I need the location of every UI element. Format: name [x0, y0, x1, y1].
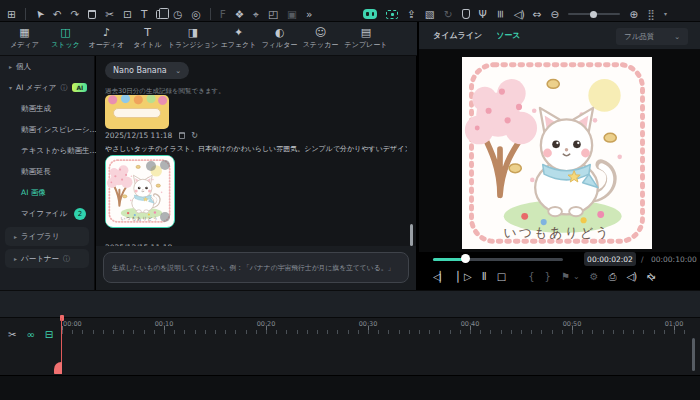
party-art	[105, 95, 169, 107]
count-badge: 2	[74, 208, 86, 220]
ai-text-effects-icon[interactable]: F	[220, 9, 226, 20]
snapshot-button[interactable]: ⎙	[609, 272, 616, 282]
layout-grid-icon[interactable]: ⊞	[7, 9, 16, 20]
more-options-icon[interactable]	[160, 212, 170, 222]
download-icon[interactable]	[160, 160, 170, 170]
delete-icon[interactable]	[88, 10, 96, 19]
track-height-icon[interactable]: ⣿	[647, 9, 655, 20]
more-tools-icon[interactable]: »	[306, 9, 312, 20]
zoom-in-icon[interactable]: ⊕	[629, 9, 638, 20]
sidebar-item-video-generation[interactable]: 動画生成	[0, 98, 94, 119]
template-icon: ▤	[361, 27, 371, 38]
motion-tracking-icon[interactable]: ⌖	[253, 9, 259, 20]
cat-artwork-preview	[462, 57, 652, 249]
seek-handle[interactable]	[461, 254, 470, 263]
timeline-zoom-slider[interactable]	[568, 13, 620, 15]
sidebar-item-personal[interactable]: ▸個人	[0, 56, 94, 77]
info-icon: ⓘ	[63, 254, 70, 264]
generation-prompt-input[interactable]	[103, 252, 409, 283]
tab-title[interactable]: Tタイトル	[127, 27, 168, 50]
speed-clock-icon[interactable]: ◷	[173, 9, 182, 20]
quality-dropdown[interactable]: フル品質 ⌄	[616, 28, 688, 45]
keyframe-icon[interactable]: ◎	[191, 9, 200, 20]
sidebar-item-library[interactable]: ▸ライブラリ	[5, 227, 89, 246]
tab-effect[interactable]: ✦エフェクト	[218, 27, 259, 50]
fit-timeline-icon[interactable]: ⇔	[533, 9, 542, 20]
sidebar-item-my-files[interactable]: マイファイル2	[0, 203, 94, 224]
split-scissors-icon[interactable]: ✂	[105, 9, 114, 20]
media-icon: ▦	[19, 27, 29, 38]
delete-entry-icon[interactable]	[179, 132, 185, 139]
snap-icon[interactable]: ⊟	[45, 329, 53, 340]
tab-source-view[interactable]: ソース	[496, 30, 520, 41]
pause-button[interactable]: Ⅱ	[482, 272, 486, 282]
timeline-tools: ✂ ∞ ⊟	[8, 329, 53, 340]
duplicate-icon[interactable]	[156, 10, 164, 19]
preview-viewport	[419, 50, 700, 252]
audio-ducking-icon[interactable]: ◁)	[514, 9, 524, 20]
auto-sync-icon[interactable]: ↻	[444, 9, 453, 20]
zoom-out-icon[interactable]: ⊖	[551, 9, 560, 20]
ai-assistant-icon[interactable]	[363, 9, 377, 19]
sidebar-item-ai-image[interactable]: AI 画像	[0, 182, 94, 203]
tab-timeline-view[interactable]: タイムライン	[433, 30, 482, 41]
marker-button[interactable]: ⚑	[561, 272, 569, 282]
tab-sticker[interactable]: ☺ステッカー	[300, 27, 341, 50]
marker-caret-icon[interactable]: ⌄	[573, 273, 579, 281]
next-frame-button[interactable]: ▏▷	[457, 272, 470, 282]
ruler-minor-ticks	[62, 330, 692, 334]
stop-button[interactable]: □	[497, 272, 505, 282]
redo-icon[interactable]: ↷	[70, 9, 79, 20]
add-to-timeline-icon[interactable]	[146, 161, 156, 171]
history-scrollbar[interactable]	[410, 224, 413, 246]
link-clips-icon[interactable]: ∞	[26, 329, 34, 340]
media-asset-icon[interactable]: ▧	[425, 9, 435, 20]
edit-toolbar	[0, 290, 700, 318]
render-settings-button[interactable]: ⚙	[590, 272, 598, 282]
generated-image-thumbnail-cat[interactable]	[105, 155, 175, 228]
regenerate-icon[interactable]: ↻	[191, 131, 198, 140]
extra-tool-icon[interactable]: ▣	[287, 9, 297, 20]
shield-denoise-icon[interactable]	[462, 9, 470, 19]
prompt-panel	[96, 246, 416, 290]
audio-mixer-icon[interactable]: ≡	[496, 9, 505, 20]
title-icon: T	[144, 27, 151, 38]
crop-icon[interactable]: ⊡	[123, 9, 132, 20]
timeline-area[interactable]: ✂ ∞ ⊟ 00:00 00:10 00:20 00:30 00:40 00:5…	[0, 318, 700, 375]
track-height-caret-icon[interactable]: ▾	[664, 11, 667, 17]
auto-ripple-icon[interactable]: ✂	[8, 329, 16, 340]
chevron-right-icon: ▸	[9, 63, 12, 70]
undo-icon[interactable]: ↶	[53, 9, 62, 20]
chevron-right-icon: ▸	[14, 255, 17, 262]
generated-image-thumbnail-party[interactable]	[105, 95, 169, 129]
tab-media[interactable]: ▦メディア	[4, 27, 45, 50]
sidebar-item-video-extension[interactable]: 動画延長	[0, 161, 94, 182]
tab-audio[interactable]: ♪オーディオ	[86, 27, 127, 50]
tab-filter[interactable]: ◐フィルター	[259, 27, 300, 50]
playhead-handle[interactable]	[54, 362, 63, 375]
tab-stock[interactable]: ◫ストック	[45, 27, 86, 50]
edit-toolbar-left: ⊞ ➤ ↶ ↷ ✂ ⊡ T ◷ ◎ F ❖ ⌖ ◰ ▣ »	[7, 0, 312, 28]
mark-in-button[interactable]: {	[528, 272, 533, 282]
sidebar-item-partner[interactable]: ▸パートナーⓘ	[5, 249, 89, 268]
tab-transition[interactable]: ◨トランジション	[168, 27, 218, 50]
mark-out-button[interactable]: }	[545, 272, 550, 282]
select-tool-icon[interactable]: ➤	[32, 7, 46, 20]
filter-icon: ◐	[275, 27, 285, 38]
stock-icon: ◫	[60, 27, 70, 38]
sidebar-item-text-to-video[interactable]: テキストから動画生...	[0, 140, 94, 161]
mask-icon[interactable]: ◰	[268, 9, 278, 20]
smart-edit-icon[interactable]	[386, 10, 398, 19]
tab-template[interactable]: ▤テンプレート	[341, 27, 391, 50]
voiceover-mic-icon[interactable]: Ψ	[479, 9, 487, 20]
volume-button[interactable]: ◁)	[627, 272, 637, 282]
smart-cutout-icon[interactable]: ❖	[235, 9, 244, 20]
previous-frame-button[interactable]: ◁▏	[433, 272, 446, 282]
timeline-scrollbar[interactable]	[692, 338, 696, 371]
sidebar-item-video-inspiration[interactable]: 動画インスピレーシ...	[0, 119, 94, 140]
export-clip-icon[interactable]: ⇪	[407, 9, 416, 20]
model-selector-dropdown[interactable]: Nano Banana ⌄	[105, 62, 189, 79]
fullscreen-button[interactable]: ⇄	[647, 272, 655, 282]
sidebar-item-ai-media[interactable]: ▾AI メディアⓘAI	[0, 77, 94, 98]
text-tool-icon[interactable]: T	[141, 9, 147, 20]
